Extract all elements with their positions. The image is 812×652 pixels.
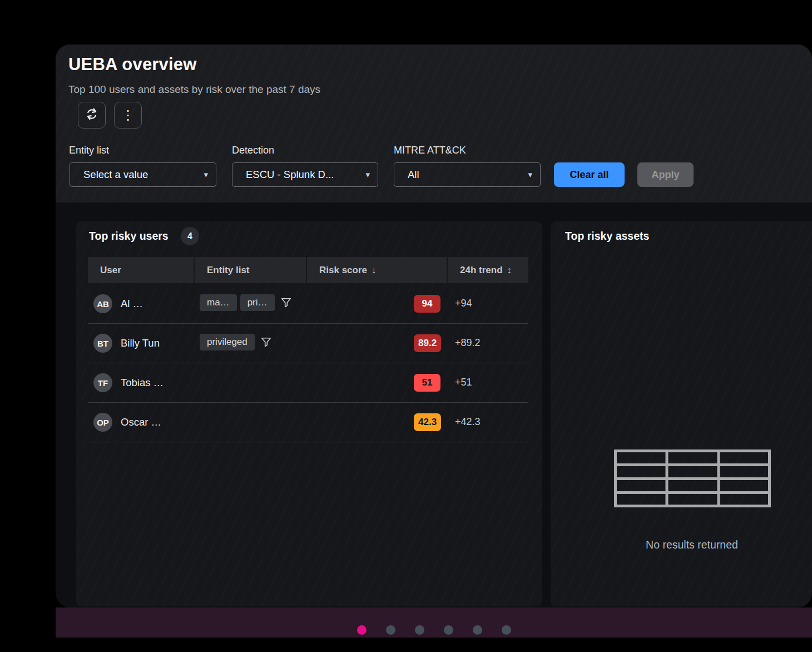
- detection-dropdown[interactable]: ESCU - Splunk D... ▾: [232, 162, 378, 187]
- user-name: Al …: [121, 298, 143, 310]
- screen: UEBA overview Top 100 users and assets b…: [0, 0, 812, 652]
- carousel-dot[interactable]: [415, 625, 424, 635]
- entity-tag[interactable]: privileged: [200, 334, 255, 350]
- column-header-user[interactable]: User: [88, 257, 194, 283]
- entity-list-dropdown[interactable]: Select a value ▾: [70, 162, 216, 187]
- column-label: Entity list: [207, 265, 250, 276]
- column-label: User: [100, 265, 121, 276]
- carousel-strip: [56, 607, 812, 638]
- column-label: Risk score: [319, 265, 367, 276]
- sort-descending-icon: ↓: [372, 265, 376, 275]
- carousel-dot[interactable]: [473, 625, 482, 635]
- trend-value: +51: [455, 377, 472, 388]
- avatar: OP: [93, 413, 112, 432]
- page-subtitle: Top 100 users and assets by risk over th…: [68, 83, 320, 96]
- table-body: AB Al … ma… pri… 94 +94 BT Billy Tun: [88, 284, 528, 442]
- mitre-dropdown-value: All: [408, 169, 419, 181]
- entity-tag[interactable]: pri…: [240, 294, 275, 311]
- column-header-risk-score[interactable]: Risk score ↓: [307, 257, 447, 283]
- apply-button[interactable]: Apply: [637, 162, 694, 187]
- more-actions-button[interactable]: ⋮: [114, 102, 142, 129]
- empty-table-icon: [614, 450, 771, 510]
- avatar: TF: [93, 373, 112, 392]
- mitre-dropdown[interactable]: All ▾: [394, 162, 541, 187]
- entity-tags: ma… pri…: [200, 294, 291, 311]
- user-name: Tobias …: [121, 377, 164, 389]
- users-count-badge: 4: [181, 227, 199, 245]
- refresh-icon: [85, 107, 99, 124]
- carousel-dot[interactable]: [502, 625, 511, 635]
- table-row: BT Billy Tun privileged 89.2 +89.2: [88, 324, 528, 363]
- risk-score-badge: 42.3: [414, 413, 441, 431]
- dashboard-header: UEBA overview Top 100 users and assets b…: [56, 45, 812, 202]
- user-name: Oscar …: [121, 416, 161, 428]
- top-risky-users-panel: Top risky users 4 User Entity list Risk …: [76, 221, 542, 606]
- entity-tags: privileged: [200, 334, 271, 350]
- avatar: AB: [93, 294, 112, 313]
- detection-dropdown-value: ESCU - Splunk D...: [246, 169, 334, 181]
- column-header-24h-trend[interactable]: 24h trend ↕: [448, 257, 528, 283]
- filter-icon[interactable]: [281, 298, 291, 308]
- risk-score-badge: 94: [414, 295, 440, 313]
- user-name: Billy Tun: [121, 337, 160, 349]
- risk-score-badge: 51: [414, 374, 440, 392]
- risk-score-badge: 89.2: [414, 334, 441, 352]
- no-results-message: No results returned: [592, 539, 792, 551]
- detection-filter-label: Detection: [232, 145, 274, 156]
- table-header: User Entity list Risk score ↓ 24h trend …: [88, 257, 528, 283]
- carousel-dot[interactable]: [357, 625, 367, 635]
- entity-list-dropdown-value: Select a value: [83, 169, 148, 181]
- trend-value: +42.3: [455, 416, 481, 428]
- ueba-dashboard-card: UEBA overview Top 100 users and assets b…: [56, 45, 812, 607]
- carousel-dot[interactable]: [444, 625, 453, 635]
- kebab-menu-icon: ⋮: [121, 108, 135, 122]
- page-title: UEBA overview: [68, 55, 197, 75]
- carousel-dot[interactable]: [386, 625, 395, 635]
- top-risky-assets-panel: Top risky assets No results returned: [551, 221, 812, 606]
- chevron-down-icon: ▾: [528, 170, 532, 180]
- filter-icon[interactable]: [261, 337, 271, 348]
- table-row: AB Al … ma… pri… 94 +94: [88, 284, 528, 324]
- trend-value: +94: [455, 298, 472, 309]
- mitre-filter-label: MITRE ATT&CK: [394, 145, 466, 156]
- avatar: BT: [93, 334, 112, 353]
- refresh-button[interactable]: [78, 102, 106, 129]
- users-panel-title: Top risky users: [89, 230, 169, 243]
- sort-both-icon: ↕: [507, 265, 512, 275]
- chevron-down-icon: ▾: [204, 170, 208, 180]
- entity-list-filter-label: Entity list: [69, 145, 109, 156]
- table-row: TF Tobias … 51 +51: [88, 363, 528, 403]
- chevron-down-icon: ▾: [365, 170, 370, 180]
- assets-panel-title: Top risky assets: [565, 230, 649, 243]
- column-header-entity-list[interactable]: Entity list: [195, 257, 306, 283]
- column-label: 24h trend: [460, 265, 503, 276]
- clear-all-button[interactable]: Clear all: [554, 162, 625, 187]
- entity-tag[interactable]: ma…: [200, 294, 237, 311]
- table-row: OP Oscar … 42.3 +42.3: [88, 403, 528, 442]
- trend-value: +89.2: [455, 337, 481, 349]
